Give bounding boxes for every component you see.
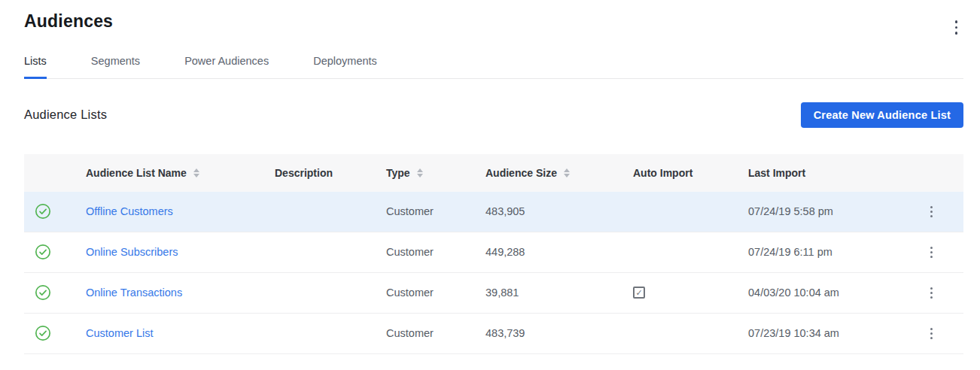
- column-header-audience-size[interactable]: Audience Size: [485, 167, 633, 179]
- tab-power-audiences[interactable]: Power Audiences: [184, 55, 269, 79]
- row-actions-cell: [899, 242, 963, 262]
- audience-lists-table: Audience List NameDescriptionTypeAudienc…: [24, 154, 963, 354]
- column-label: Audience List Name: [86, 167, 187, 179]
- last-import-cell: 07/24/19 6:11 pm: [748, 246, 899, 258]
- table-row: Customer ListCustomer483,73907/23/19 10:…: [24, 314, 963, 354]
- audiences-page: Audiences ListsSegmentsPower AudiencesDe…: [0, 0, 980, 354]
- audience-size-cell: 483,905: [485, 205, 633, 217]
- tab-deployments[interactable]: Deployments: [313, 55, 377, 79]
- row-status-cell: [24, 203, 86, 220]
- table-header-row: Audience List NameDescriptionTypeAudienc…: [24, 154, 963, 192]
- tab-lists[interactable]: Lists: [24, 55, 47, 79]
- column-header-description: Description: [275, 167, 386, 179]
- table-row: Online SubscribersCustomer449,28807/24/1…: [24, 232, 963, 273]
- audience-size-cell: 449,288: [485, 246, 633, 258]
- column-label: Last Import: [748, 167, 805, 179]
- row-menu-kebab-icon[interactable]: [926, 323, 937, 343]
- audience-list-name-link[interactable]: Offline Customers: [86, 205, 173, 217]
- green-check-circle-icon: [35, 203, 51, 220]
- row-actions-cell: [899, 323, 963, 343]
- last-import-cell: 04/03/20 10:04 am: [748, 287, 899, 299]
- section-title: Audience Lists: [24, 108, 107, 122]
- column-label: Auto Import: [633, 167, 692, 179]
- type-cell: Customer: [386, 327, 485, 339]
- audience-size-cell: 39,881: [485, 287, 633, 299]
- row-menu-kebab-icon[interactable]: [926, 242, 937, 262]
- row-actions-cell: [899, 283, 963, 302]
- type-cell: Customer: [386, 205, 485, 217]
- column-header-audience-list-name[interactable]: Audience List Name: [86, 167, 275, 179]
- type-cell: Customer: [386, 246, 485, 258]
- auto-import-checkbox[interactable]: [633, 287, 645, 299]
- column-label: Audience Size: [485, 167, 557, 179]
- table-row: Offline CustomersCustomer483,90507/24/19…: [24, 192, 963, 232]
- sort-icon: [417, 168, 423, 177]
- row-actions-cell: [899, 202, 963, 221]
- row-status-cell: [24, 244, 86, 260]
- sort-icon: [193, 168, 199, 177]
- sort-icon: [564, 168, 570, 177]
- green-check-circle-icon: [35, 325, 51, 341]
- table-row: Online TransactionsCustomer39,88104/03/2…: [24, 273, 963, 314]
- row-menu-kebab-icon[interactable]: [926, 202, 937, 221]
- green-check-circle-icon: [35, 284, 51, 301]
- last-import-cell: 07/24/19 5:58 pm: [748, 205, 899, 217]
- audience-list-name-link[interactable]: Online Transactions: [86, 287, 182, 299]
- page-title: Audiences: [24, 11, 113, 32]
- tab-bar: ListsSegmentsPower AudiencesDeployments: [24, 55, 963, 79]
- title-row: Audiences: [24, 0, 963, 39]
- green-check-circle-icon: [35, 244, 51, 260]
- page-menu-kebab-icon[interactable]: [951, 16, 963, 39]
- audience-size-cell: 483,739: [485, 327, 633, 339]
- last-import-cell: 07/23/19 10:34 am: [748, 327, 899, 339]
- audience-list-name-link[interactable]: Online Subscribers: [86, 246, 178, 258]
- create-new-audience-list-button[interactable]: Create New Audience List: [801, 102, 963, 128]
- row-menu-kebab-icon[interactable]: [926, 283, 937, 302]
- row-status-cell: [24, 284, 86, 301]
- auto-import-cell: [633, 287, 748, 299]
- column-header-last-import: Last Import: [748, 167, 899, 179]
- tab-segments[interactable]: Segments: [91, 55, 140, 79]
- column-label: Type: [386, 167, 410, 179]
- column-header-auto-import: Auto Import: [633, 167, 748, 179]
- audience-list-name-link[interactable]: Customer List: [86, 327, 153, 339]
- column-label: Description: [275, 167, 333, 179]
- row-status-cell: [24, 325, 86, 341]
- section-row: Audience Lists Create New Audience List: [24, 102, 963, 128]
- table-body: Offline CustomersCustomer483,90507/24/19…: [24, 192, 963, 354]
- column-header-type[interactable]: Type: [386, 167, 485, 179]
- type-cell: Customer: [386, 287, 485, 299]
